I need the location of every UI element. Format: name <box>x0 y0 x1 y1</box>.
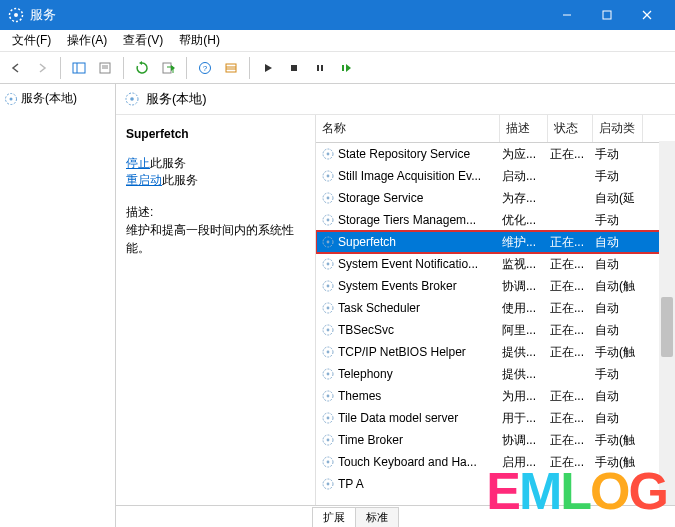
table-row[interactable]: State Repository Service为应...正在...手动 <box>316 143 675 165</box>
menu-view[interactable]: 查看(V) <box>115 30 171 51</box>
table-row[interactable]: Storage Service为存...自动(延 <box>316 187 675 209</box>
table-row[interactable]: Time Broker协调...正在...手动(触 <box>316 429 675 451</box>
cell-status: 正在... <box>550 454 595 471</box>
cell-status: 正在... <box>550 344 595 361</box>
cell-desc: 提供... <box>502 366 550 383</box>
cell-name: System Events Broker <box>336 279 502 293</box>
list-header: 名称 描述 状态 启动类 <box>316 115 675 143</box>
header-name[interactable]: 名称 <box>316 115 500 142</box>
close-button[interactable] <box>627 0 667 30</box>
main-pane: 服务(本地) Superfetch 停止此服务 重启动此服务 描述: 维护和提高… <box>116 84 675 527</box>
table-row[interactable]: Themes为用...正在...自动 <box>316 385 675 407</box>
service-name-heading: Superfetch <box>126 127 305 141</box>
header-start[interactable]: 启动类 <box>593 115 643 142</box>
minimize-button[interactable] <box>547 0 587 30</box>
cell-desc: 监视... <box>502 256 550 273</box>
separator <box>123 57 124 79</box>
tab-extended[interactable]: 扩展 <box>312 507 356 527</box>
svg-point-38 <box>327 285 330 288</box>
tab-standard[interactable]: 标准 <box>355 507 399 527</box>
svg-rect-17 <box>291 65 297 71</box>
cell-start: 自动 <box>595 322 645 339</box>
header-status[interactable]: 状态 <box>548 115 593 142</box>
cell-name: Time Broker <box>336 433 502 447</box>
svg-point-40 <box>327 307 330 310</box>
gear-icon <box>320 345 336 359</box>
export-button[interactable] <box>156 56 180 80</box>
scrollbar[interactable] <box>659 141 675 505</box>
scrollbar-thumb[interactable] <box>661 297 673 357</box>
cell-name: TCP/IP NetBIOS Helper <box>336 345 502 359</box>
start-service-button[interactable] <box>256 56 280 80</box>
cell-status: 正在... <box>550 432 595 449</box>
cell-name: Telephony <box>336 367 502 381</box>
svg-point-44 <box>327 351 330 354</box>
stop-link[interactable]: 停止 <box>126 156 150 170</box>
table-row[interactable]: Tile Data model server用于...正在...自动 <box>316 407 675 429</box>
titlebar: 服务 <box>0 0 675 30</box>
forward-button[interactable] <box>30 56 54 80</box>
gear-icon <box>124 91 140 107</box>
table-row[interactable]: TBSecSvc阿里...正在...自动 <box>316 319 675 341</box>
table-row[interactable]: System Events Broker协调...正在...自动(触 <box>316 275 675 297</box>
gear-icon <box>320 477 336 491</box>
service-list: 名称 描述 状态 启动类 State Repository Service为应.… <box>316 115 675 505</box>
cell-start: 手动(触 <box>595 454 645 471</box>
cell-name: Touch Keyboard and Ha... <box>336 455 502 469</box>
menu-action[interactable]: 操作(A) <box>59 30 115 51</box>
cell-status: 正在... <box>550 146 595 163</box>
cell-start: 自动 <box>595 234 645 251</box>
menu-file[interactable]: 文件(F) <box>4 30 59 51</box>
menu-help[interactable]: 帮助(H) <box>171 30 228 51</box>
cell-start: 自动 <box>595 410 645 427</box>
cell-start: 自动 <box>595 388 645 405</box>
stop-service-button[interactable] <box>282 56 306 80</box>
svg-point-48 <box>327 395 330 398</box>
desc-label: 描述: <box>126 205 153 219</box>
cell-name: Storage Service <box>336 191 502 205</box>
table-row[interactable]: TCP/IP NetBIOS Helper提供...正在...手动(触 <box>316 341 675 363</box>
pause-service-button[interactable] <box>308 56 332 80</box>
tree-root-label: 服务(本地) <box>21 90 77 107</box>
cell-desc: 为存... <box>502 190 550 207</box>
table-row[interactable]: TP A <box>316 473 675 495</box>
cell-desc: 协调... <box>502 432 550 449</box>
list-view-button[interactable] <box>219 56 243 80</box>
separator <box>186 57 187 79</box>
table-row[interactable]: Task Scheduler使用...正在...自动 <box>316 297 675 319</box>
svg-rect-11 <box>163 63 171 73</box>
table-row[interactable]: Still Image Acquisition Ev...启动...手动 <box>316 165 675 187</box>
tree-root-services[interactable]: 服务(本地) <box>2 88 113 109</box>
refresh-button[interactable] <box>130 56 154 80</box>
cell-start: 自动(触 <box>595 278 645 295</box>
gear-icon <box>320 323 336 337</box>
svg-rect-19 <box>321 65 323 71</box>
panel-header: 服务(本地) <box>116 84 675 115</box>
properties-button[interactable] <box>93 56 117 80</box>
table-row[interactable]: Storage Tiers Managem...优化...手动 <box>316 209 675 231</box>
detail-pane: Superfetch 停止此服务 重启动此服务 描述: 维护和提高一段时间内的系… <box>116 115 316 505</box>
back-button[interactable] <box>4 56 28 80</box>
gear-icon <box>320 455 336 469</box>
table-row[interactable]: Superfetch维护...正在...自动 <box>316 231 675 253</box>
restart-service-button[interactable] <box>334 56 358 80</box>
table-row[interactable]: System Event Notificatio...监视...正在...自动 <box>316 253 675 275</box>
restart-link[interactable]: 重启动 <box>126 173 162 187</box>
toolbar: ? <box>0 52 675 84</box>
tabs: 扩展 标准 <box>116 505 675 527</box>
help-button[interactable]: ? <box>193 56 217 80</box>
svg-point-24 <box>130 97 134 101</box>
svg-point-34 <box>327 241 330 244</box>
table-row[interactable]: Telephony提供...手动 <box>316 363 675 385</box>
table-row[interactable]: Touch Keyboard and Ha...启用...正在...手动(触 <box>316 451 675 473</box>
cell-name: Tile Data model server <box>336 411 502 425</box>
header-desc[interactable]: 描述 <box>500 115 548 142</box>
maximize-button[interactable] <box>587 0 627 30</box>
panel-title: 服务(本地) <box>146 90 207 108</box>
cell-name: Task Scheduler <box>336 301 502 315</box>
gear-icon <box>320 235 336 249</box>
cell-desc: 协调... <box>502 278 550 295</box>
show-hide-tree-button[interactable] <box>67 56 91 80</box>
cell-desc: 维护... <box>502 234 550 251</box>
gear-icon <box>320 147 336 161</box>
